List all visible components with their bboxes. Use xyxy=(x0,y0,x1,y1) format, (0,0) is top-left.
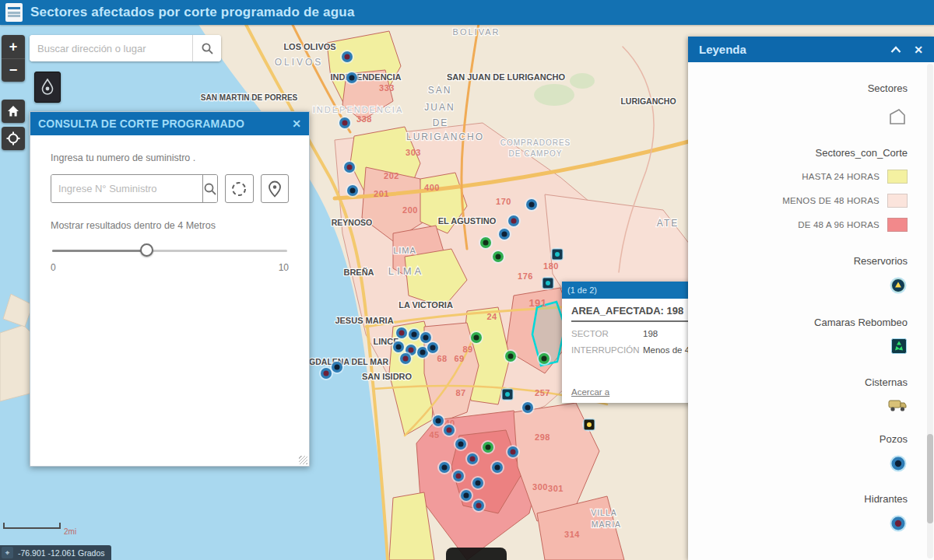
camara-rebombeo-marker[interactable] xyxy=(500,387,514,401)
map-sector-number: 301 xyxy=(548,484,564,493)
map-district-label: INDEPENDENCIA xyxy=(330,72,401,82)
legend-collapse-button[interactable] xyxy=(890,46,901,54)
legend-class-label: MENOS DE 48 HORAS xyxy=(782,196,880,205)
clear-graphics-button[interactable] xyxy=(225,174,254,203)
pozo-marker[interactable] xyxy=(426,341,440,355)
hidrante-marker[interactable] xyxy=(472,499,486,513)
slider-handle[interactable] xyxy=(140,243,153,257)
search-button[interactable] xyxy=(192,35,221,61)
hidrante-marker[interactable] xyxy=(465,452,479,466)
attribute-label: SECTOR xyxy=(571,329,643,338)
hidrante-marker[interactable] xyxy=(338,116,352,130)
supply-number-input[interactable] xyxy=(51,175,202,202)
supply-search-button[interactable] xyxy=(202,175,217,202)
hidrante-marker[interactable] xyxy=(506,445,520,459)
app-logo-icon xyxy=(5,3,23,22)
reservorio-icon xyxy=(889,276,908,295)
map-district-label: SAN xyxy=(428,85,452,96)
map-park xyxy=(534,84,574,106)
map-sector-number: 180 xyxy=(543,261,559,271)
reservorio-marker[interactable] xyxy=(479,236,493,250)
slider-min-label: 0 xyxy=(51,262,56,273)
zoom-out-button[interactable]: − xyxy=(2,58,25,82)
consulta-panel-header: CONSULTA DE CORTE PROGRAMADO ✕ xyxy=(30,112,309,135)
map-district-label: SAN JUAN DE LURIGANCHO xyxy=(447,72,566,82)
legend-class-row: DE 48 A 96 HORAS xyxy=(688,218,926,232)
map-district-label: BOLIVAR xyxy=(453,27,500,37)
pozo-marker[interactable] xyxy=(471,476,485,490)
widget-toggle-button[interactable] xyxy=(34,72,61,103)
legend-color-swatch xyxy=(887,194,908,208)
pozo-marker[interactable] xyxy=(392,340,406,354)
map-district-label: INDEPENDENCIA xyxy=(313,105,403,114)
locate-icon xyxy=(6,131,20,145)
pozo-marker[interactable] xyxy=(437,460,451,474)
search-icon xyxy=(203,182,217,196)
pozo-marker[interactable] xyxy=(459,488,473,502)
pozo-marker[interactable] xyxy=(346,184,360,198)
pozo-marker[interactable] xyxy=(431,414,445,428)
zoom-in-button[interactable]: + xyxy=(2,35,25,58)
reservorio-marker[interactable] xyxy=(491,250,505,264)
hidrante-marker[interactable] xyxy=(507,214,521,228)
consulta-panel-title: CONSULTA DE CORTE PROGRAMADO xyxy=(38,117,292,130)
reservorio-marker[interactable] xyxy=(537,352,551,366)
camara-rebombeo-marker[interactable] xyxy=(550,247,564,261)
reservorio-marker[interactable] xyxy=(469,331,483,345)
hidrante-marker[interactable] xyxy=(451,469,465,483)
legend-scrollbar[interactable] xyxy=(927,64,933,558)
legend-layer-reservorios: Reservorios xyxy=(688,255,926,267)
map-district-label: LURIGANCHO xyxy=(620,96,676,106)
map-sector-number: 400 xyxy=(424,183,440,192)
pozo-marker[interactable] xyxy=(490,460,504,474)
search-input[interactable] xyxy=(30,35,192,61)
locate-button[interactable] xyxy=(2,127,25,150)
legend-layer-cisternas: Cisternas xyxy=(688,376,926,388)
consulta-close-button[interactable]: ✕ xyxy=(292,117,301,130)
supply-instruction-label: Ingresa tu numero de suministro . xyxy=(51,152,289,163)
reservorio-marker[interactable] xyxy=(504,349,518,363)
pozo-marker[interactable] xyxy=(525,198,539,212)
map-sector-number: 89 xyxy=(462,345,472,354)
camara-rebombeo-marker[interactable] xyxy=(541,276,555,290)
coordinates-widget: ⌖ -76.901 -12.061 Grados xyxy=(0,545,111,560)
scalebar xyxy=(3,523,61,529)
legend-layer-camaras: Camaras Rebombeo xyxy=(688,317,926,328)
map-attribution-blob xyxy=(446,548,507,560)
legend-layer-pozos: Pozos xyxy=(688,433,926,445)
hidrante-marker[interactable] xyxy=(442,423,456,437)
map-sector-number: 300 xyxy=(532,482,548,492)
pozo-marker[interactable] xyxy=(521,401,535,415)
hidrante-marker[interactable] xyxy=(319,366,333,380)
hidrante-marker[interactable] xyxy=(395,326,409,340)
map-district-label: JESUS MARIA xyxy=(335,316,393,325)
map-sector-number: 333 xyxy=(379,83,395,93)
hidrante-marker[interactable] xyxy=(399,352,413,366)
map-sector-number: 314 xyxy=(564,530,580,539)
consulta-panel-body: Ingresa tu numero de suministro . Mostra… xyxy=(30,135,309,466)
scalebar-label: 2mi xyxy=(64,527,76,536)
hidrante-marker[interactable] xyxy=(340,50,354,64)
supply-input-group xyxy=(51,174,218,203)
app-header: Sectores afectados por corte programado … xyxy=(0,0,934,25)
map-district-label: COMPRADORES xyxy=(500,138,571,147)
legend-scrollbar-thumb[interactable] xyxy=(927,434,933,523)
legend-color-swatch xyxy=(887,170,908,184)
geocoder-search xyxy=(30,35,221,61)
popup-zoom-to-link[interactable]: Acercar a xyxy=(571,387,609,397)
pozo-marker[interactable] xyxy=(345,71,359,85)
map-district-label: DE CAMPOY xyxy=(508,149,562,158)
pozo-marker[interactable] xyxy=(454,437,468,451)
panel-resize-handle[interactable] xyxy=(299,456,307,464)
radius-slider-label: Mostrar resultados dentro de 4 Metros xyxy=(51,220,289,231)
home-button[interactable] xyxy=(2,100,25,123)
coordinates-crosshair-button[interactable]: ⌖ xyxy=(2,547,13,558)
reservorio-sq-marker[interactable] xyxy=(582,418,596,432)
reservorio-marker[interactable] xyxy=(481,440,495,454)
hidrante-marker[interactable] xyxy=(342,160,356,174)
locate-pin-button[interactable] xyxy=(261,174,290,203)
legend-close-button[interactable]: ✕ xyxy=(914,44,923,56)
map-sector-number: 303 xyxy=(406,148,421,157)
pozo-marker[interactable] xyxy=(497,227,511,241)
pozo-icon xyxy=(889,454,908,473)
